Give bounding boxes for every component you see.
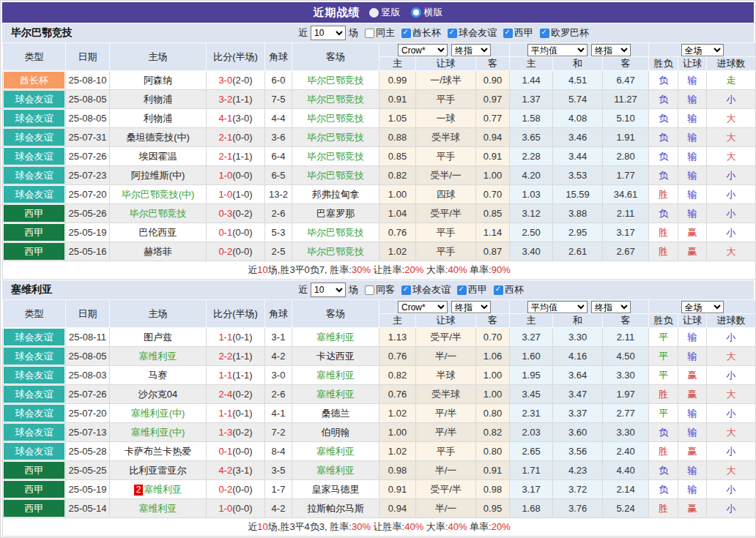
result-handicap: 输 [678, 423, 707, 442]
league-type-badge: 西甲 [4, 462, 64, 479]
checkbox-checked-icon[interactable] [494, 285, 503, 295]
handicap-away-odds: 0.82 [476, 423, 510, 442]
select-group: Crow*终指 [379, 44, 509, 56]
half-time-score: (0-1) [232, 332, 252, 343]
full-score: 1-1 [218, 408, 232, 419]
away-team-name: 毕尔巴鄂竞技 [307, 170, 364, 181]
avg-away-odds: 2.67 [603, 242, 649, 261]
home-team: 埃因霍温 [110, 147, 207, 166]
league-filter-option[interactable]: 西甲 [503, 26, 533, 40]
home-team: 利物浦 [110, 90, 207, 109]
handicap-home-odds: 1.05 [379, 109, 416, 128]
corner-score: 2-5 [265, 242, 292, 261]
team-section: 毕尔巴鄂竞技近10场同主酋长杯球会友谊西甲欧罗巴杯类型日期主场比分(半场)角球客… [1, 23, 755, 280]
corner-score: 3-1 [265, 328, 292, 347]
radio-label: 横版 [424, 6, 443, 19]
match-scope-select[interactable]: 全场 [681, 44, 724, 56]
league-filter-option[interactable]: 欧罗巴杯 [540, 26, 589, 40]
layout-radio[interactable]: 竖版 [369, 6, 401, 19]
layout-radio[interactable]: 横版 [411, 6, 443, 19]
column-header: 让球 [678, 57, 707, 71]
final-odds-select[interactable]: 终指 [591, 44, 631, 56]
recent-count-select[interactable]: 10 [311, 26, 346, 40]
result-handicap: 赢 [678, 385, 707, 404]
league-filter-label: 西甲 [468, 283, 487, 296]
result-handicap: 输 [678, 204, 707, 223]
league-type-badge: 球会友谊 [4, 129, 64, 146]
result-win-loss: 胜 [649, 385, 678, 404]
odds-source-select[interactable]: Crow* [398, 44, 448, 56]
avg-home-odds: 3.40 [510, 242, 553, 261]
league-filter-option[interactable]: 球会友谊 [401, 283, 451, 296]
handicap-line: 受平/半 [416, 204, 476, 223]
league-type-cell: 球会友谊 [3, 166, 66, 185]
handicap-home-odds: 1.00 [379, 423, 416, 442]
league-type-badge: 酋长杯 [4, 72, 64, 89]
league-type-cell: 西甲 [3, 242, 66, 261]
full-score: 0-2 [218, 484, 232, 495]
match-date: 25-07-13 [66, 423, 110, 442]
handicap-home-odds: 0.91 [379, 90, 416, 109]
recent-label: 近 [298, 283, 308, 296]
half-time-score: (2-0) [232, 75, 252, 86]
checkbox-unchecked-icon[interactable] [365, 29, 374, 38]
checkbox-checked-icon[interactable] [457, 285, 467, 295]
away-team-name: 塞维利亚 [316, 389, 355, 400]
league-filter-option[interactable]: 西甲 [457, 283, 487, 296]
away-team-name: 巴塞罗那 [316, 208, 355, 219]
select-group: 全场 [649, 44, 755, 56]
same-venue-option[interactable]: 同客 [365, 283, 395, 296]
checkbox-checked-icon[interactable] [401, 29, 411, 38]
average-select[interactable]: 平均值 [527, 44, 588, 56]
radio-unselected-icon[interactable] [411, 7, 421, 18]
column-header: 比分(半场) [207, 43, 265, 71]
checkbox-checked-icon[interactable] [540, 29, 549, 38]
final-odds-select[interactable]: 终指 [451, 301, 491, 313]
corner-score: 3-0 [265, 366, 292, 385]
odds-source-select[interactable]: Crow* [398, 301, 448, 313]
column-header: 客场 [292, 300, 379, 328]
result-win-loss: 负 [649, 166, 678, 185]
final-odds-select[interactable]: 终指 [451, 44, 491, 56]
avg-away-odds: 1.91 [603, 128, 649, 147]
score-cell: 2-1(0-0) [207, 128, 265, 147]
result-handicap: 赢 [678, 442, 707, 461]
checkbox-checked-icon[interactable] [503, 29, 513, 38]
radio-selected-icon[interactable] [369, 8, 379, 18]
checkbox-unchecked-icon[interactable] [365, 285, 374, 295]
corner-score: 6-0 [265, 71, 292, 90]
recent-count-select[interactable]: 10 [311, 283, 346, 297]
match-date: 25-05-19 [66, 223, 110, 242]
home-team: 马赛 [110, 366, 207, 385]
handicap-away-odds: 0.87 [476, 242, 510, 261]
matches-body: 球会友谊25-08-11图卢兹1-1(0-1)3-1塞维利亚1.13受平/半0.… [3, 328, 756, 518]
column-header: 让球 [416, 57, 476, 71]
home-team-name: 卡萨布兰卡热爱 [125, 446, 191, 457]
same-venue-option[interactable]: 同主 [365, 26, 395, 40]
match-row: 球会友谊25-07-20毕尔巴鄂竞技(中)1-0(1-0)13-2邦弗拉甸拿1.… [3, 185, 756, 204]
column-header: 主 [379, 57, 416, 71]
result-goals: 小 [707, 90, 756, 109]
avg-home-odds: 3.12 [510, 204, 553, 223]
column-header: 客 [603, 57, 649, 71]
result-win-loss: 负 [649, 423, 678, 442]
checkbox-checked-icon[interactable] [448, 29, 457, 38]
result-goals: 大 [707, 128, 756, 147]
column-header: 胜负 [649, 57, 678, 71]
page: 近期战绩 竖版横版 毕尔巴鄂竞技近10场同主酋长杯球会友谊西甲欧罗巴杯类型日期主… [0, 0, 756, 538]
league-filter-option[interactable]: 球会友谊 [448, 26, 497, 40]
home-team: 塞维利亚(中) [110, 423, 207, 442]
league-filter-option[interactable]: 西杯 [494, 283, 524, 296]
match-row: 西甲25-05-14塞维利亚1-0(0-0)4-2拉斯帕尔马斯0.94半/一0.… [3, 499, 756, 518]
layout-radio-group: 竖版横版 [369, 6, 443, 19]
match-date: 25-05-26 [66, 204, 110, 223]
home-team-name: 桑坦德竞技(中) [126, 132, 190, 143]
final-odds-select[interactable]: 终指 [591, 301, 631, 313]
checkbox-checked-icon[interactable] [401, 285, 411, 295]
league-filter-label: 酋长杯 [412, 26, 441, 40]
home-team: 桑坦德竞技(中) [110, 128, 207, 147]
league-filter-option[interactable]: 酋长杯 [401, 26, 441, 40]
match-scope-select[interactable]: 全场 [681, 301, 724, 313]
average-select[interactable]: 平均值 [527, 301, 588, 313]
handicap-line: 受半球 [416, 128, 476, 147]
